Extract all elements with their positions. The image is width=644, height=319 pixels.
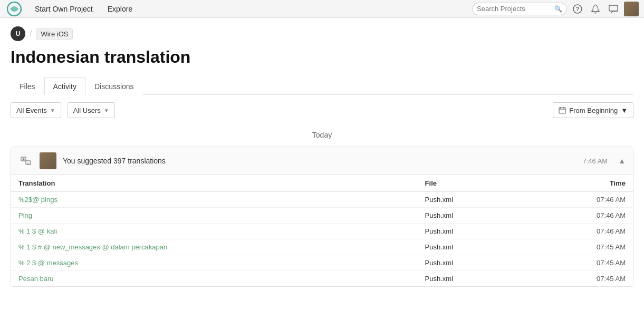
- table-header-row: Translation File Time: [11, 175, 633, 192]
- tab-discussions[interactable]: Discussions: [85, 78, 143, 95]
- time-cell: 07:45 AM: [524, 239, 633, 255]
- events-filter-chevron: ▼: [50, 108, 55, 113]
- tab-bar: Files Activity Discussions: [11, 78, 633, 95]
- user-initials-badge: U: [11, 26, 25, 41]
- time-cell: 07:45 AM: [524, 255, 633, 271]
- table-row: Ping Push.xml 07:46 AM: [11, 208, 633, 224]
- search-input[interactable]: [477, 5, 554, 13]
- svg-rect-3: [609, 5, 618, 11]
- date-filter-chevron: ▼: [621, 107, 628, 114]
- date-filter[interactable]: From Beginning ▼: [553, 102, 633, 118]
- translation-type-icon: [18, 153, 33, 168]
- tab-files[interactable]: Files: [11, 78, 44, 95]
- col-time: Time: [524, 175, 633, 192]
- file-cell: Push.xml: [418, 255, 524, 271]
- calendar-icon: [559, 107, 566, 114]
- table-row: % 2 $ @ messages Push.xml 07:45 AM: [11, 255, 633, 271]
- app-logo[interactable]: [5, 0, 23, 18]
- project-breadcrumb-link[interactable]: Wire iOS: [36, 28, 73, 40]
- activity-content: Today You suggested 397 translations 7:4…: [0, 125, 644, 287]
- translation-cell[interactable]: Ping: [11, 208, 418, 224]
- translation-table: Translation File Time %2$@ pings Push.xm…: [11, 175, 633, 286]
- breadcrumb: U / Wire iOS: [0, 18, 644, 41]
- user-avatar[interactable]: [624, 2, 639, 16]
- file-cell: Push.xml: [418, 192, 524, 208]
- activity-group: You suggested 397 translations 7:46 AM ▲…: [11, 147, 633, 287]
- activity-description: You suggested 397 translations: [63, 157, 576, 165]
- time-cell: 07:46 AM: [524, 192, 633, 208]
- messages-button[interactable]: [606, 2, 621, 16]
- file-cell: Push.xml: [418, 208, 524, 224]
- filters-row: All Events ▼ All Users ▼ From Beginning …: [0, 95, 644, 125]
- date-section-label: Today: [11, 125, 633, 147]
- start-own-project-link[interactable]: Start Own Project: [27, 0, 100, 18]
- help-button[interactable]: ?: [570, 2, 585, 16]
- users-filter[interactable]: All Users ▼: [68, 102, 115, 118]
- svg-rect-6: [26, 161, 31, 165]
- explore-link[interactable]: Explore: [100, 0, 140, 18]
- table-row: Pesan baru Push.xml 07:45 AM: [11, 271, 633, 287]
- translation-cell[interactable]: % 2 $ @ messages: [11, 255, 418, 271]
- table-row: % 1 $ @ kali Push.xml 07:46 AM: [11, 224, 633, 239]
- svg-text:?: ?: [576, 6, 580, 12]
- file-cell: Push.xml: [418, 224, 524, 239]
- translation-cell[interactable]: Pesan baru: [11, 271, 418, 287]
- table-row: % 1 $ # @ new_messages @ dalam percakapa…: [11, 239, 633, 255]
- svg-rect-4: [559, 108, 565, 113]
- search-container: 🔍: [472, 3, 567, 15]
- users-filter-label: All Users: [73, 107, 101, 114]
- notifications-button[interactable]: [588, 2, 603, 16]
- time-cell: 07:46 AM: [524, 208, 633, 224]
- translation-cell[interactable]: %2$@ pings: [11, 192, 418, 208]
- col-translation: Translation: [11, 175, 418, 192]
- time-cell: 07:45 AM: [524, 271, 633, 287]
- topnav-right: 🔍 ?: [472, 2, 639, 16]
- top-navigation: Start Own Project Explore 🔍 ?: [0, 0, 644, 18]
- activity-time: 7:46 AM: [582, 157, 608, 165]
- search-button[interactable]: 🔍: [554, 5, 562, 13]
- time-cell: 07:46 AM: [524, 224, 633, 239]
- breadcrumb-separator: /: [30, 29, 32, 38]
- collapse-button[interactable]: ▲: [618, 157, 626, 165]
- translation-cell[interactable]: % 1 $ @ kali: [11, 224, 418, 239]
- date-filter-label: From Beginning: [569, 107, 618, 114]
- activity-group-header: You suggested 397 translations 7:46 AM ▲: [11, 147, 633, 175]
- page-title: Indonesian translation: [0, 41, 644, 78]
- activity-user-avatar: [40, 152, 56, 169]
- file-cell: Push.xml: [418, 239, 524, 255]
- users-filter-chevron: ▼: [104, 108, 109, 113]
- nav-links: Start Own Project Explore: [27, 0, 140, 18]
- events-filter[interactable]: All Events ▼: [11, 102, 61, 118]
- tab-activity[interactable]: Activity: [44, 78, 85, 95]
- file-cell: Push.xml: [418, 271, 524, 287]
- translation-cell[interactable]: % 1 $ # @ new_messages @ dalam percakapa…: [11, 239, 418, 255]
- col-file: File: [418, 175, 524, 192]
- table-row: %2$@ pings Push.xml 07:46 AM: [11, 192, 633, 208]
- events-filter-label: All Events: [16, 107, 47, 114]
